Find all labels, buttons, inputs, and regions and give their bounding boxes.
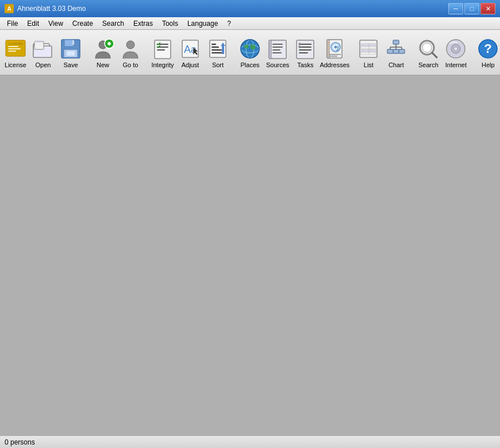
integrity-button[interactable]: Integrity xyxy=(149,33,176,72)
svg-rect-5 xyxy=(8,48,21,49)
adjust-button[interactable]: Aa Adjust xyxy=(177,33,203,72)
svg-rect-37 xyxy=(272,44,283,45)
svg-rect-45 xyxy=(299,52,308,53)
app-title: Ahnenblatt 3.03 Demo xyxy=(17,5,86,13)
sort-label: Sort xyxy=(212,61,224,68)
svg-rect-36 xyxy=(269,40,271,59)
menu-search[interactable]: Search xyxy=(98,18,129,29)
svg-point-72 xyxy=(422,43,432,52)
main-content xyxy=(0,76,500,435)
menu-tools[interactable]: Tools xyxy=(157,18,183,29)
list-button[interactable]: List xyxy=(355,33,382,72)
internet-icon xyxy=(444,37,467,60)
svg-rect-9 xyxy=(34,41,44,49)
svg-rect-44 xyxy=(299,49,311,51)
svg-rect-67 xyxy=(387,49,393,53)
svg-point-76 xyxy=(454,47,457,51)
svg-rect-7 xyxy=(8,43,14,45)
chart-icon xyxy=(384,37,407,60)
menu-create[interactable]: Create xyxy=(68,18,98,29)
menu-help-q[interactable]: ? xyxy=(222,18,236,29)
addresses-icon xyxy=(323,37,346,60)
svg-rect-4 xyxy=(8,46,18,47)
tasks-button[interactable]: Tasks xyxy=(292,33,318,72)
save-label: Save xyxy=(63,61,78,68)
integrity-icon xyxy=(151,37,174,60)
sources-icon xyxy=(266,37,289,60)
new-icon xyxy=(91,37,114,60)
minimize-button[interactable]: ─ xyxy=(448,3,463,14)
svg-rect-57 xyxy=(361,47,376,49)
license-button[interactable]: License xyxy=(2,33,29,72)
search-label: Search xyxy=(418,61,439,68)
places-button[interactable]: Places xyxy=(237,33,263,72)
svg-rect-11 xyxy=(64,40,74,47)
svg-rect-18 xyxy=(109,42,110,45)
toolbar: License Open Save xyxy=(0,30,500,76)
chart-button[interactable]: Chart xyxy=(383,33,409,72)
help-button[interactable]: ? Help xyxy=(475,33,500,72)
titlebar: A Ahnenblatt 3.03 Demo ─ □ ✕ xyxy=(0,0,500,17)
statusbar: 0 persons xyxy=(0,435,500,448)
sources-button[interactable]: Sources xyxy=(264,33,291,72)
sources-label: Sources xyxy=(266,61,289,68)
svg-rect-6 xyxy=(8,51,16,52)
svg-line-73 xyxy=(432,53,437,57)
adjust-label: Adjust xyxy=(182,61,199,68)
svg-rect-49 xyxy=(327,40,329,58)
tasks-icon xyxy=(294,37,317,60)
places-label: Places xyxy=(240,61,259,68)
search-icon xyxy=(417,37,440,60)
save-button[interactable]: Save xyxy=(57,33,84,72)
help-icon: ? xyxy=(476,37,499,60)
svg-rect-38 xyxy=(272,47,283,48)
search-button[interactable]: Search xyxy=(415,33,441,72)
open-icon xyxy=(32,37,55,60)
goto-button[interactable]: Go to xyxy=(117,33,144,72)
status-text: 0 persons xyxy=(5,438,35,446)
menu-file[interactable]: File xyxy=(2,18,22,29)
menubar: File Edit View Create Search Extras Tool… xyxy=(0,17,500,30)
menu-language[interactable]: Language xyxy=(183,18,222,29)
adjust-icon: Aa xyxy=(179,37,202,60)
addresses-button[interactable]: Addresses xyxy=(320,33,349,72)
addresses-label: Addresses xyxy=(320,61,349,68)
help-label: Help xyxy=(482,61,495,68)
menu-edit[interactable]: Edit xyxy=(22,18,44,29)
license-label: License xyxy=(5,61,26,68)
maximize-button[interactable]: □ xyxy=(464,3,479,14)
internet-label: Internet xyxy=(445,61,467,68)
save-icon xyxy=(59,37,82,60)
svg-rect-29 xyxy=(211,49,222,51)
app-icon-svg: A xyxy=(5,4,14,13)
svg-point-19 xyxy=(126,41,134,49)
menu-extras[interactable]: Extras xyxy=(129,18,157,29)
titlebar-controls: ─ □ ✕ xyxy=(448,3,495,14)
list-label: List xyxy=(364,61,374,68)
svg-point-52 xyxy=(334,45,337,48)
svg-rect-53 xyxy=(329,54,341,55)
list-icon xyxy=(357,37,380,60)
svg-rect-58 xyxy=(361,49,376,52)
svg-rect-59 xyxy=(361,52,376,55)
integrity-label: Integrity xyxy=(151,61,174,68)
tasks-label: Tasks xyxy=(297,61,313,68)
chart-label: Chart xyxy=(389,61,404,68)
sort-button[interactable]: Sort xyxy=(205,33,231,72)
open-button[interactable]: Open xyxy=(30,33,56,72)
menu-view[interactable]: View xyxy=(44,18,68,29)
new-button[interactable]: New xyxy=(90,33,116,72)
svg-rect-23 xyxy=(157,49,165,51)
license-icon xyxy=(4,37,27,60)
close-button[interactable]: ✕ xyxy=(480,3,495,14)
svg-rect-56 xyxy=(361,44,376,46)
svg-rect-54 xyxy=(329,56,337,57)
sort-icon xyxy=(206,37,229,60)
internet-button[interactable]: Internet xyxy=(443,33,469,72)
svg-rect-14 xyxy=(67,51,75,56)
svg-rect-27 xyxy=(211,44,216,45)
open-label: Open xyxy=(36,61,51,68)
svg-rect-40 xyxy=(272,52,282,53)
goto-icon xyxy=(119,37,142,60)
svg-rect-39 xyxy=(272,49,280,51)
